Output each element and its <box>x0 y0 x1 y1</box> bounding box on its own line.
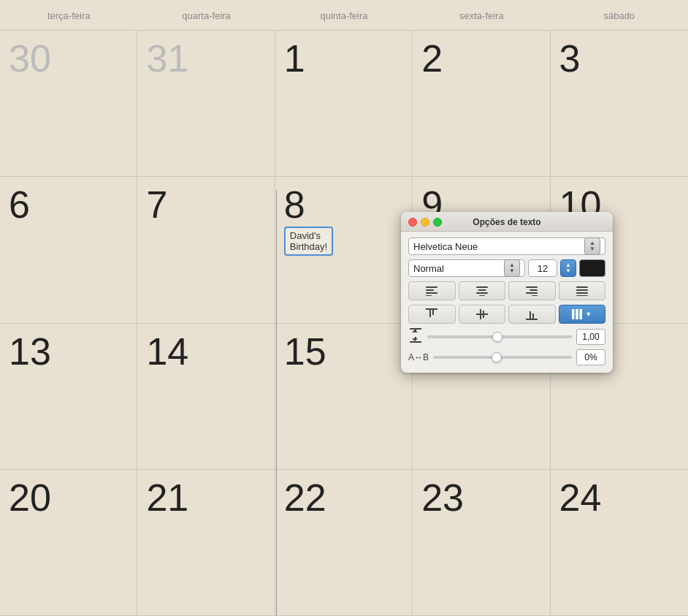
calendar-header: terça-feira quarta-feira quinta-feira se… <box>0 0 688 31</box>
date-number: 8 <box>284 186 403 224</box>
date-number: 21 <box>146 479 265 517</box>
align-right-icon <box>526 286 538 296</box>
valign-bottom-button[interactable] <box>508 305 556 324</box>
svg-rect-18 <box>432 310 434 315</box>
font-family-selector[interactable]: Helvetica Neue ▲▼ <box>408 237 605 255</box>
alignment-row <box>408 281 605 300</box>
align-justify-icon <box>576 286 588 296</box>
svg-rect-12 <box>576 286 588 288</box>
char-spacing-thumb[interactable] <box>492 352 502 362</box>
calendar-cell-2[interactable]: 2 <box>413 31 550 177</box>
event-birthday[interactable]: David'sBirthday! <box>284 227 333 256</box>
calendar-cell-30[interactable]: 30 <box>0 31 137 177</box>
calendar-cell-20[interactable]: 20 <box>0 470 137 616</box>
align-center-button[interactable] <box>459 281 506 300</box>
line-spacing-thumb[interactable] <box>492 332 502 342</box>
valign-middle-button[interactable] <box>459 305 506 324</box>
day-thursday: quinta-feira <box>275 7 413 24</box>
day-wednesday: quarta-feira <box>137 7 275 24</box>
font-style-stepper[interactable]: ▲▼ <box>504 259 520 277</box>
font-family-stepper[interactable]: ▲▼ <box>584 237 600 255</box>
calendar-cell-1[interactable]: 1 <box>275 31 413 177</box>
date-number: 15 <box>284 332 403 370</box>
char-spacing-slider[interactable] <box>433 356 572 359</box>
font-size-stepper[interactable]: ▲▼ <box>560 259 576 277</box>
calendar-cell-14[interactable]: 14 <box>137 324 275 470</box>
calendar-cell-8[interactable]: 8 David'sBirthday! <box>275 177 413 323</box>
date-number: 3 <box>559 39 679 77</box>
vertical-alignment-row: ▼ <box>408 305 605 324</box>
svg-rect-20 <box>483 311 484 313</box>
text-options-panel: Opções de texto Helvetica Neue ▲▼ Normal… <box>401 212 613 373</box>
svg-rect-8 <box>526 286 538 288</box>
svg-rect-4 <box>476 286 488 288</box>
calendar-cell-3[interactable]: 3 <box>551 31 688 177</box>
date-number: 30 <box>9 39 128 77</box>
svg-rect-16 <box>426 308 437 310</box>
stepper-arrows-icon: ▲▼ <box>589 240 595 252</box>
event-pointer-vertical <box>276 190 277 616</box>
day-saturday: sábado <box>551 7 688 24</box>
calendar-cell-23[interactable]: 23 <box>413 470 550 616</box>
valign-bottom-icon <box>526 308 538 320</box>
color-swatch[interactable] <box>579 259 605 277</box>
line-spacing-slider[interactable] <box>427 335 572 338</box>
line-spacing-value[interactable]: 1,00 <box>576 329 605 345</box>
font-size-label: 12 <box>538 263 548 274</box>
svg-rect-0 <box>426 286 437 288</box>
calendar-cell-22[interactable]: 22 <box>275 470 413 616</box>
date-number: 1 <box>284 39 403 77</box>
maximize-button[interactable] <box>433 218 442 227</box>
svg-rect-6 <box>476 292 488 294</box>
align-left-icon <box>426 286 437 296</box>
svg-rect-25 <box>532 313 534 319</box>
svg-rect-21 <box>476 313 488 315</box>
align-left-button[interactable] <box>408 281 456 300</box>
svg-marker-33 <box>412 330 418 332</box>
date-number: 31 <box>146 39 265 77</box>
align-justify-button[interactable] <box>559 281 606 300</box>
table-columns-icon <box>572 309 582 319</box>
calendar-cell-15[interactable]: 15 <box>275 324 413 470</box>
svg-rect-2 <box>426 292 437 294</box>
day-tuesday: terça-feira <box>0 7 137 24</box>
calendar-cell-13[interactable]: 13 <box>0 324 137 470</box>
date-number: 7 <box>146 186 265 224</box>
calendar-cell-21[interactable]: 21 <box>137 470 275 616</box>
svg-rect-10 <box>526 292 538 294</box>
traffic-lights <box>408 218 442 227</box>
svg-rect-11 <box>532 295 538 296</box>
line-spacing-row: 1,00 <box>408 328 605 345</box>
font-style-row: Normal ▲▼ 12 ▲▼ <box>408 259 605 277</box>
calendar-cell-6[interactable]: 6 <box>0 177 137 323</box>
svg-rect-15 <box>576 295 588 296</box>
close-button[interactable] <box>408 218 417 227</box>
calendar-cell-31[interactable]: 31 <box>137 31 275 177</box>
minimize-button[interactable] <box>421 218 429 227</box>
font-family-label: Helvetica Neue <box>413 241 478 252</box>
svg-rect-5 <box>478 289 486 291</box>
panel-title: Opções de texto <box>473 217 540 227</box>
align-right-button[interactable] <box>508 281 556 300</box>
svg-rect-22 <box>480 315 481 319</box>
svg-rect-3 <box>426 295 432 296</box>
calendar-cell-24[interactable]: 24 <box>551 470 688 616</box>
align-center-icon <box>476 286 488 296</box>
svg-rect-13 <box>576 289 588 291</box>
font-style-selector[interactable]: Normal ▲▼ <box>408 259 525 277</box>
table-columns-button[interactable]: ▼ <box>559 305 606 324</box>
day-friday: sexta-feira <box>413 7 550 24</box>
date-number: 20 <box>9 479 128 517</box>
svg-rect-29 <box>580 309 583 319</box>
svg-rect-31 <box>410 341 421 343</box>
svg-rect-7 <box>479 295 485 296</box>
valign-top-button[interactable] <box>408 305 456 324</box>
size-stepper-arrows-icon: ▲▼ <box>565 262 571 274</box>
date-number: 13 <box>9 332 128 370</box>
font-size-field[interactable]: 12 <box>528 259 557 277</box>
calendar-cell-7[interactable]: 7 <box>137 177 275 323</box>
svg-rect-1 <box>426 289 434 291</box>
date-number: 23 <box>421 479 540 517</box>
char-spacing-value[interactable]: 0% <box>576 349 605 365</box>
panel-body: Helvetica Neue ▲▼ Normal ▲▼ 12 ▲▼ <box>401 232 613 373</box>
